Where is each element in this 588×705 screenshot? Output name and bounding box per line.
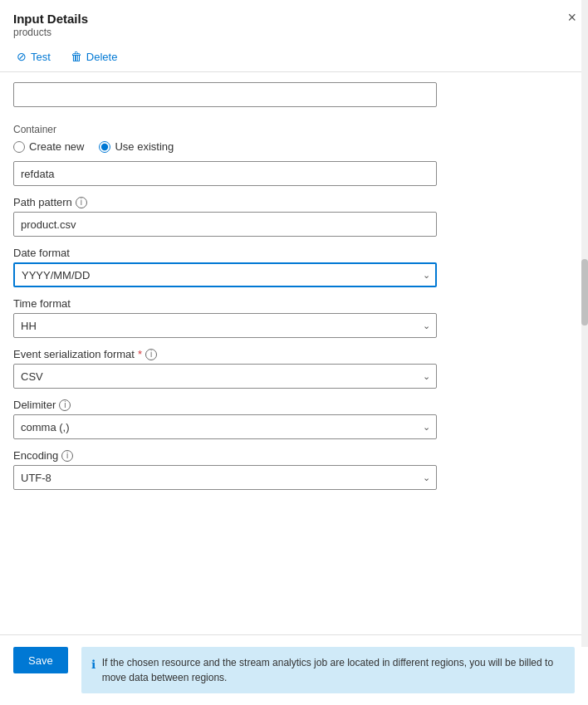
info-box-text: If the chosen resource and the stream an… [102, 655, 565, 685]
encoding-select[interactable]: UTF-8 UTF-16 [13, 465, 437, 490]
use-existing-label: Use existing [115, 140, 174, 153]
container-radio-group: Create new Use existing [13, 140, 575, 153]
delete-button[interactable]: 🗑 Delete [67, 48, 121, 65]
time-format-select-wrapper: HH HH:mm HH:mm:ss ⌄ [13, 313, 437, 338]
delete-label: Delete [86, 51, 118, 63]
panel-footer: Save ℹ If the chosen resource and the st… [0, 634, 588, 705]
date-format-label: Date format [13, 247, 70, 259]
path-pattern-label-row: Path pattern i [13, 196, 575, 208]
input-details-panel: × Input Details products ⊘ Test 🗑 Delete… [0, 0, 588, 705]
encoding-label: Encoding [13, 449, 58, 462]
event-serialization-select-wrapper: CSV JSON Avro ⌄ [13, 364, 437, 389]
delimiter-label-row: Delimiter i [13, 399, 575, 411]
test-button[interactable]: ⊘ Test [13, 48, 54, 65]
create-new-radio-input[interactable] [13, 141, 25, 153]
event-serialization-info-icon[interactable]: i [145, 349, 157, 360]
path-pattern-input[interactable] [13, 212, 437, 237]
panel-body: Container Create new Use existing Path p… [0, 72, 588, 634]
use-existing-radio-input[interactable] [99, 141, 110, 153]
create-new-label: Create new [29, 140, 84, 153]
event-serialization-label: Event serialization format [13, 348, 135, 360]
info-box: ℹ If the chosen resource and the stream … [81, 647, 575, 693]
save-button[interactable]: Save [13, 647, 68, 673]
encoding-select-wrapper: UTF-8 UTF-16 ⌄ [13, 465, 437, 490]
time-format-select[interactable]: HH HH:mm HH:mm:ss [13, 313, 437, 338]
panel-toolbar: ⊘ Test 🗑 Delete [0, 42, 588, 72]
test-icon: ⊘ [17, 50, 27, 63]
date-format-label-row: Date format [13, 247, 575, 259]
encoding-info-icon[interactable]: i [61, 450, 73, 462]
top-input[interactable] [13, 82, 437, 107]
date-format-select[interactable]: YYYY/MM/DD MM/DD/YYYY DD/MM/YYYY [13, 262, 437, 287]
panel-header: Input Details products [0, 0, 588, 42]
delimiter-label: Delimiter [13, 399, 56, 411]
date-format-select-wrapper: YYYY/MM/DD MM/DD/YYYY DD/MM/YYYY ⌄ [13, 262, 437, 287]
info-box-icon: ℹ [91, 656, 96, 685]
use-existing-radio[interactable]: Use existing [99, 140, 174, 153]
close-button[interactable]: × [567, 10, 576, 25]
create-new-radio[interactable]: Create new [13, 140, 84, 153]
delimiter-select-wrapper: comma (,) tab semicolon pipe ⌄ [13, 414, 437, 439]
path-pattern-info-icon[interactable]: i [76, 197, 87, 208]
delete-icon: 🗑 [71, 50, 82, 63]
event-serialization-label-row: Event serialization format * i [13, 348, 575, 360]
delimiter-select[interactable]: comma (,) tab semicolon pipe [13, 414, 437, 439]
test-label: Test [31, 51, 51, 63]
scrollbar-track [581, 0, 588, 647]
container-label: Container [13, 124, 575, 135]
panel-title: Input Details [13, 12, 575, 26]
encoding-label-row: Encoding i [13, 449, 575, 462]
delimiter-info-icon[interactable]: i [59, 399, 71, 411]
path-pattern-label: Path pattern [13, 196, 72, 208]
time-format-label-row: Time format [13, 297, 575, 310]
scrollbar-thumb[interactable] [581, 259, 588, 326]
panel-subtitle: products [13, 27, 575, 38]
time-format-label: Time format [13, 297, 71, 310]
refdata-input[interactable] [13, 161, 437, 186]
event-serialization-required: * [138, 348, 142, 360]
event-serialization-select[interactable]: CSV JSON Avro [13, 364, 437, 389]
